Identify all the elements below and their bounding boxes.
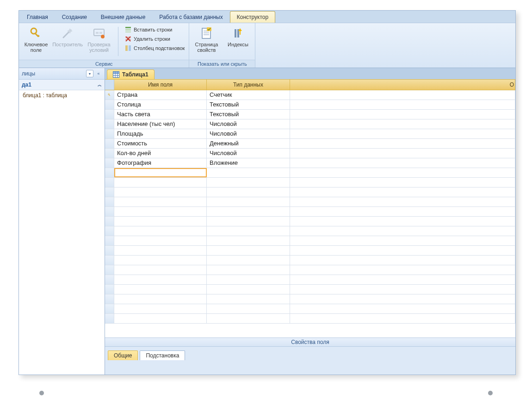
row-selector[interactable] bbox=[105, 149, 114, 158]
table-row-empty[interactable] bbox=[105, 236, 515, 246]
field-type-cell[interactable] bbox=[207, 236, 290, 245]
field-desc-cell[interactable] bbox=[290, 256, 515, 265]
table-row[interactable]: СтоимостьДенежный bbox=[105, 139, 515, 149]
navigation-item[interactable]: блица1 : таблица bbox=[19, 90, 105, 100]
row-selector[interactable] bbox=[105, 256, 114, 265]
table-row-empty[interactable] bbox=[105, 256, 515, 265]
field-name-cell[interactable] bbox=[114, 217, 207, 226]
ribbon-tab[interactable]: Главная bbox=[20, 11, 55, 23]
row-selector[interactable] bbox=[105, 197, 114, 206]
field-name-cell[interactable] bbox=[114, 256, 207, 265]
table-row-empty[interactable] bbox=[105, 188, 515, 197]
row-selector[interactable] bbox=[105, 304, 114, 313]
field-type-cell[interactable] bbox=[207, 275, 290, 284]
field-name-cell[interactable]: Столица bbox=[114, 100, 207, 109]
table-row[interactable]: Часть светаТекстовый bbox=[105, 110, 515, 119]
document-tab[interactable]: Таблица1 bbox=[107, 69, 155, 79]
navigation-collapse-icon[interactable]: « bbox=[95, 71, 102, 76]
row-selector[interactable] bbox=[105, 188, 114, 197]
table-row-new[interactable] bbox=[105, 168, 515, 178]
field-name-cell[interactable]: Население (тыс чел) bbox=[114, 119, 207, 129]
field-desc-cell[interactable] bbox=[290, 236, 515, 245]
field-desc-cell[interactable] bbox=[290, 226, 515, 236]
row-selector-header[interactable] bbox=[105, 80, 114, 90]
ribbon-tab[interactable]: Конструктор bbox=[230, 11, 275, 23]
row-selector[interactable] bbox=[105, 110, 114, 119]
row-selector[interactable] bbox=[105, 217, 114, 226]
field-desc-cell[interactable] bbox=[290, 90, 515, 100]
row-selector[interactable] bbox=[105, 265, 114, 275]
field-type-cell[interactable] bbox=[207, 168, 290, 177]
row-selector[interactable] bbox=[105, 168, 114, 177]
field-name-cell[interactable]: Кол-во дней bbox=[114, 149, 207, 158]
row-selector[interactable] bbox=[105, 275, 114, 284]
indexes-button[interactable]: Индексы bbox=[223, 25, 252, 48]
field-name-cell[interactable] bbox=[114, 265, 207, 275]
field-desc-cell[interactable] bbox=[290, 314, 515, 323]
navigation-dropdown-icon[interactable]: ▾ bbox=[86, 70, 93, 77]
field-type-cell[interactable]: Счетчик bbox=[207, 90, 290, 100]
table-row-empty[interactable] bbox=[105, 265, 515, 275]
table-row[interactable]: Население (тыс чел)Числовой bbox=[105, 119, 515, 129]
row-selector[interactable] bbox=[105, 139, 114, 148]
ribbon-tab[interactable]: Работа с базами данных bbox=[152, 11, 229, 23]
insert-rows-button[interactable]: Вставить строки bbox=[123, 25, 186, 34]
field-type-cell[interactable] bbox=[207, 178, 290, 187]
table-row-empty[interactable] bbox=[105, 294, 515, 304]
row-selector[interactable] bbox=[105, 90, 114, 100]
field-type-cell[interactable] bbox=[207, 207, 290, 216]
row-selector[interactable] bbox=[105, 158, 114, 168]
table-row-empty[interactable] bbox=[105, 207, 515, 217]
field-name-cell[interactable] bbox=[114, 294, 207, 304]
delete-rows-button[interactable]: Удалить строки bbox=[123, 34, 186, 44]
field-desc-cell[interactable] bbox=[290, 265, 515, 275]
property-tab-lookup[interactable]: Подстановка bbox=[140, 350, 185, 360]
field-type-cell[interactable] bbox=[207, 314, 290, 323]
row-selector[interactable] bbox=[105, 294, 114, 304]
row-selector[interactable] bbox=[105, 129, 114, 138]
field-name-cell[interactable]: Стоимость bbox=[114, 139, 207, 148]
table-row-empty[interactable] bbox=[105, 304, 515, 314]
row-selector[interactable] bbox=[105, 100, 114, 109]
field-type-cell[interactable] bbox=[207, 188, 290, 197]
field-desc-cell[interactable] bbox=[290, 246, 515, 255]
field-name-cell[interactable] bbox=[114, 304, 207, 313]
field-name-cell[interactable] bbox=[114, 285, 207, 294]
field-type-cell[interactable] bbox=[207, 226, 290, 236]
table-row-empty[interactable] bbox=[105, 178, 515, 188]
table-row[interactable]: ПлощадьЧисловой bbox=[105, 129, 515, 139]
field-desc-cell[interactable] bbox=[290, 207, 515, 216]
table-row[interactable]: ФотографияВложение bbox=[105, 158, 515, 168]
field-desc-cell[interactable] bbox=[290, 139, 515, 148]
row-selector[interactable] bbox=[105, 314, 114, 323]
field-type-cell[interactable]: Числовой bbox=[207, 119, 290, 129]
field-name-cell[interactable] bbox=[114, 168, 207, 177]
row-selector[interactable] bbox=[105, 236, 114, 245]
field-name-cell[interactable] bbox=[114, 226, 207, 236]
field-type-cell[interactable] bbox=[207, 256, 290, 265]
field-name-cell[interactable] bbox=[114, 207, 207, 216]
field-desc-cell[interactable] bbox=[290, 129, 515, 138]
validation-button[interactable]: Проверка условий bbox=[85, 25, 113, 54]
table-row-empty[interactable] bbox=[105, 197, 515, 207]
field-type-cell[interactable] bbox=[207, 265, 290, 275]
table-row-empty[interactable] bbox=[105, 314, 515, 324]
table-row[interactable]: Кол-во днейЧисловой bbox=[105, 149, 515, 158]
primary-key-button[interactable]: Ключевое поле bbox=[22, 25, 50, 54]
field-desc-cell[interactable] bbox=[290, 217, 515, 226]
field-type-cell[interactable]: Вложение bbox=[207, 158, 290, 168]
field-desc-cell[interactable] bbox=[290, 158, 515, 168]
row-selector[interactable] bbox=[105, 285, 114, 294]
ribbon-tab[interactable]: Создание bbox=[55, 11, 94, 23]
field-desc-cell[interactable] bbox=[290, 178, 515, 187]
field-name-cell[interactable] bbox=[114, 314, 207, 323]
field-desc-cell[interactable] bbox=[290, 275, 515, 284]
row-selector[interactable] bbox=[105, 207, 114, 216]
table-row-empty[interactable] bbox=[105, 285, 515, 294]
field-type-cell[interactable]: Числовой bbox=[207, 129, 290, 138]
table-row-empty[interactable] bbox=[105, 217, 515, 226]
field-name-cell[interactable] bbox=[114, 188, 207, 197]
field-type-cell[interactable] bbox=[207, 246, 290, 255]
field-desc-cell[interactable] bbox=[290, 304, 515, 313]
field-type-cell[interactable] bbox=[207, 294, 290, 304]
